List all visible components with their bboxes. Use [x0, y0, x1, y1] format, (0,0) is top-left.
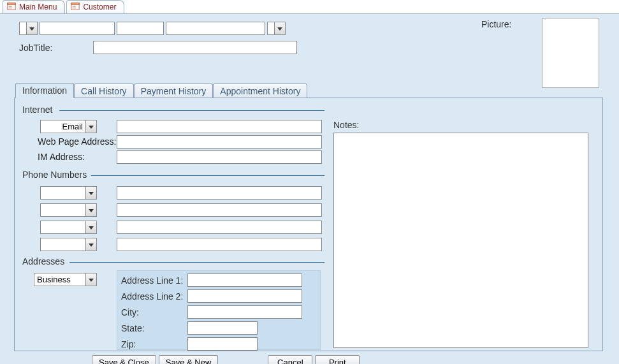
phone1-type-combo[interactable]	[40, 186, 97, 200]
webpage-input[interactable]	[117, 135, 322, 149]
job-title-input[interactable]	[93, 41, 297, 54]
addr2-input[interactable]	[187, 289, 302, 303]
picture-box[interactable]	[542, 18, 599, 88]
form-icon	[7, 2, 16, 13]
phone2-type-combo[interactable]	[40, 203, 97, 217]
suffix-combo[interactable]	[267, 22, 286, 35]
phone2-type-input[interactable]	[41, 204, 85, 216]
dropdown-button[interactable]	[26, 22, 37, 34]
group-label-phone: Phone Numbers	[20, 170, 89, 180]
dropdown-button[interactable]	[85, 221, 96, 233]
email-type-combo[interactable]	[40, 120, 97, 133]
name-row	[19, 22, 286, 35]
last-name-input[interactable]	[166, 22, 265, 35]
city-input[interactable]	[187, 305, 302, 319]
title-combo[interactable]	[19, 22, 38, 35]
webpage-label: Web Page Address:	[38, 136, 116, 147]
dropdown-button[interactable]	[85, 238, 96, 251]
addr2-label: Address Line 2:	[121, 291, 185, 302]
phone4-type-input[interactable]	[41, 238, 85, 251]
group-line	[91, 175, 324, 176]
document-tab-bar: Main Menu Customer	[0, 0, 619, 14]
state-label: State:	[121, 323, 185, 333]
phone4-type-combo[interactable]	[40, 238, 97, 251]
print-button[interactable]: Print	[315, 355, 360, 364]
form-icon	[71, 2, 80, 13]
address-type-input[interactable]	[34, 273, 85, 286]
im-label: IM Address:	[38, 152, 85, 162]
tab-information[interactable]: Information	[15, 83, 74, 98]
picture-label: Picture:	[481, 19, 511, 29]
zip-label: Zip:	[121, 339, 185, 349]
dropdown-button[interactable]	[85, 204, 96, 216]
save-new-button[interactable]: Save & New	[159, 355, 219, 364]
address-panel: Address Line 1: Address Line 2: City: St…	[117, 270, 321, 350]
save-close-button[interactable]: Save & Close	[92, 355, 156, 364]
tab-page-information: Internet Web Page Address: IM Address: P…	[14, 98, 603, 351]
addr1-label: Address Line 1:	[121, 275, 185, 286]
job-title-row: JobTitle:	[19, 41, 297, 54]
button-row: Save & Close Save & New Cancel Print	[92, 355, 360, 364]
suffix-combo-input[interactable]	[268, 22, 274, 34]
phone1-type-input[interactable]	[41, 187, 85, 199]
doc-tab-customer[interactable]: Customer	[66, 0, 124, 13]
tab-strip: Information Call History Payment History…	[14, 82, 603, 98]
phone2-input[interactable]	[117, 203, 322, 217]
address-type-combo[interactable]	[34, 273, 97, 286]
state-input[interactable]	[187, 321, 258, 335]
dropdown-button[interactable]	[85, 120, 96, 133]
group-label-addresses: Addresses	[20, 256, 67, 266]
title-combo-input[interactable]	[20, 22, 26, 34]
email-type-input[interactable]	[41, 120, 85, 133]
zip-input[interactable]	[187, 337, 258, 351]
svg-rect-5	[71, 3, 79, 4]
im-input[interactable]	[117, 150, 322, 164]
doc-tab-label: Main Menu	[19, 3, 57, 11]
tab-call-history[interactable]: Call History	[74, 84, 134, 98]
dropdown-button[interactable]	[85, 273, 96, 286]
notes-textarea[interactable]	[333, 133, 588, 348]
city-label: City:	[121, 307, 185, 317]
phone3-input[interactable]	[117, 221, 322, 234]
svg-rect-1	[8, 3, 15, 4]
doc-tab-label: Customer	[83, 3, 116, 11]
dropdown-button[interactable]	[85, 187, 96, 199]
addr1-input[interactable]	[187, 273, 302, 287]
customer-form: JobTitle: Picture: Information Call Hist…	[0, 14, 619, 364]
phone1-input[interactable]	[117, 186, 322, 200]
job-title-label: JobTitle:	[19, 43, 52, 53]
group-line	[69, 262, 324, 263]
group-line	[59, 110, 324, 111]
first-name-input[interactable]	[40, 22, 115, 35]
phone3-type-input[interactable]	[41, 221, 85, 233]
detail-tabs: Information Call History Payment History…	[14, 82, 603, 351]
tab-payment-history[interactable]: Payment History	[134, 84, 214, 98]
cancel-button[interactable]: Cancel	[268, 355, 312, 364]
middle-name-input[interactable]	[117, 22, 164, 35]
group-label-internet: Internet	[20, 105, 55, 115]
phone4-input[interactable]	[117, 238, 322, 251]
phone3-type-combo[interactable]	[40, 221, 97, 234]
notes-label: Notes:	[333, 120, 359, 130]
tab-appointment-history[interactable]: Appointment History	[213, 84, 307, 98]
dropdown-button[interactable]	[274, 22, 285, 34]
doc-tab-main-menu[interactable]: Main Menu	[3, 0, 65, 13]
email-input[interactable]	[117, 120, 322, 133]
